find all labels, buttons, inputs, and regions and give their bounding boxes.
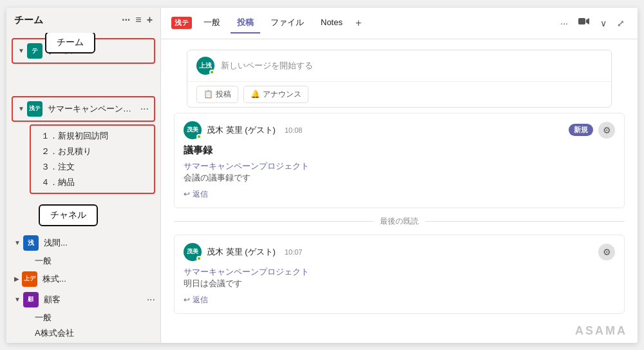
tab-general[interactable]: 一般 — [197, 13, 227, 34]
team-avatar-1: テ — [27, 43, 43, 59]
expand-chevron-5: ▼ — [14, 296, 21, 303]
announce-btn-label: アナウンス — [263, 89, 301, 100]
team-item-asama[interactable]: ▼ 浅 浅間... — [6, 233, 160, 253]
author-avatar-2: 茂美 — [184, 243, 202, 261]
team-item-kokyaku[interactable]: ▼ 顧 顧客 ··· — [6, 289, 160, 310]
team-section-1: ▼ テ チーム チーム — [6, 38, 160, 64]
tab-notes[interactable]: Notes — [314, 14, 349, 32]
expand-chevron: ▼ — [18, 47, 24, 54]
message-link-1[interactable]: サマーキャンペーンプロジェクト — [184, 161, 309, 171]
channel-item-1[interactable]: １．新規初回訪問 — [36, 128, 149, 144]
svg-marker-1 — [586, 18, 589, 24]
reply-icon-1: ↩ — [184, 190, 190, 199]
sidebar-title: チーム — [14, 14, 43, 26]
team-section-2: ▼ 浅テ サマーキャンペーンプロジ... ··· １．新規初回訪問 ２．お見積り… — [6, 96, 160, 194]
add-team-icon[interactable]: + — [147, 14, 153, 26]
message-link-2[interactable]: サマーキャンペーンプロジェクト — [184, 267, 309, 277]
message-body-1: 会議の議事録です — [184, 172, 615, 184]
channel-kokyaku-general[interactable]: 一般 — [30, 310, 160, 326]
team-label-3: 浅間... — [44, 237, 155, 249]
message-time-2: 10:07 — [285, 248, 303, 256]
expand-chevron-2: ▼ — [18, 105, 24, 112]
team-avatar-4: 上デ — [22, 271, 37, 287]
message-author-1: 茂美 茂木 英里 (ゲスト) 10:08 — [184, 121, 302, 139]
expand-chevron-3: ▼ — [14, 239, 21, 246]
filter-icon[interactable]: ≡ — [135, 14, 141, 26]
reply-btn-1[interactable]: ↩ 返信 — [184, 189, 615, 200]
team-avatar-2: 浅テ — [27, 101, 43, 117]
expand-chevron-4: ▶ — [14, 275, 19, 282]
sidebar-content: ▼ テ チーム チーム ▼ 浅テ サマーキャンペーンプロジ... ··· １．新… — [6, 33, 160, 343]
channel-list-kokyaku: 一般 A株式会社 Bコーポレーション C商事 — [6, 310, 160, 343]
divider-text: 最後の既読 — [380, 216, 419, 227]
team-avatar-3: 浅 — [23, 235, 39, 251]
post-btn-label: 投稿 — [216, 89, 231, 100]
new-post-area[interactable]: 上浅 新しいページを開始する 📋 投稿 🔔 アナウンス — [187, 50, 612, 108]
online-indicator — [209, 70, 214, 75]
post-btn[interactable]: 📋 投稿 — [196, 86, 238, 103]
video-call-btn[interactable] — [576, 15, 592, 31]
channel-item-2[interactable]: ２．お見積り — [36, 144, 149, 159]
svg-rect-0 — [578, 18, 585, 24]
reply-icon-2: ↩ — [184, 295, 190, 304]
divider-line-left — [174, 221, 374, 222]
reply-label-2: 返信 — [193, 295, 208, 306]
sidebar-header-icons: ··· ≡ + — [122, 14, 153, 26]
author-name-2: 茂木 英里 (ゲスト) — [207, 246, 276, 258]
new-badge: 新規 — [569, 124, 593, 136]
chevron-down-icon[interactable]: ∨ — [598, 15, 609, 31]
add-tab-icon[interactable]: + — [353, 15, 364, 32]
settings-btn-2[interactable]: ⚙ — [598, 244, 615, 260]
settings-btn-1[interactable]: ⚙ — [598, 122, 615, 139]
more-options-btn[interactable]: ··· — [558, 15, 571, 31]
channel-list-asama: 一般 — [6, 253, 160, 269]
callout-team: チーム — [45, 33, 95, 53]
channel-kokyaku-a[interactable]: A株式会社 — [30, 326, 160, 341]
author-avatar-1: 茂美 — [184, 121, 202, 139]
main-content: 浅テ 一般 投稿 ファイル Notes + ··· ∨ ⤢ 上浅 — [161, 8, 638, 343]
new-post-placeholder[interactable]: 新しいページを開始する — [221, 60, 602, 72]
expand-icon[interactable]: ⤢ — [614, 15, 627, 31]
message-header-2: 茂美 茂木 英里 (ゲスト) 10:07 ⚙ — [184, 243, 615, 261]
more-options-icon[interactable]: ··· — [122, 14, 130, 26]
channel-asama-general[interactable]: 一般 — [30, 253, 160, 269]
messages-area: 上浅 新しいページを開始する 📋 投稿 🔔 アナウンス — [161, 39, 638, 343]
channel-badge: 浅テ — [171, 17, 192, 29]
team-section-3: ▼ 浅 浅間... 一般 — [6, 233, 160, 269]
message-time-1: 10:08 — [285, 126, 303, 134]
announce-btn[interactable]: 🔔 アナウンス — [243, 86, 308, 103]
header-right: ··· ∨ ⤢ — [558, 15, 627, 31]
announce-icon: 🔔 — [251, 90, 260, 99]
message-title-1: 議事録 — [184, 144, 615, 157]
team-dots-2[interactable]: ··· — [140, 103, 149, 115]
callout-channel: チャネル — [39, 204, 98, 226]
message-body-2: 明日は会議です — [184, 278, 615, 289]
new-post-avatar: 上浅 — [196, 57, 214, 75]
message-card-2: 茂美 茂木 英里 (ゲスト) 10:07 ⚙ サマーキャンペーンプロジェクト 明… — [174, 235, 625, 314]
team-label-4: 株式... — [43, 273, 155, 285]
main-header: 浅テ 一般 投稿 ファイル Notes + ··· ∨ ⤢ — [161, 8, 638, 39]
divider-last-read: 最後の既読 — [174, 216, 625, 227]
new-post-actions: 📋 投稿 🔔 アナウンス — [187, 81, 611, 107]
divider-line-right — [425, 221, 625, 222]
online-dot-2 — [196, 256, 202, 261]
post-icon: 📋 — [204, 90, 213, 99]
tab-files[interactable]: ファイル — [264, 13, 310, 34]
team-dots-5[interactable]: ··· — [147, 294, 155, 306]
reply-btn-2[interactable]: ↩ 返信 — [184, 295, 615, 306]
sidebar-header: チーム ··· ≡ + — [6, 8, 160, 33]
message-header-1: 茂美 茂木 英里 (ゲスト) 10:08 新規 ⚙ — [184, 121, 615, 139]
app-container: チーム ··· ≡ + ▼ テ チーム チーム ▼ — [6, 8, 638, 343]
online-dot-1 — [196, 134, 202, 139]
channel-item-3[interactable]: ３．注文 — [36, 159, 149, 175]
author-name-1: 茂木 英里 (ゲスト) — [207, 124, 276, 136]
channel-item-4[interactable]: ４．納品 — [36, 175, 149, 190]
message-author-2: 茂美 茂木 英里 (ゲスト) 10:07 — [184, 243, 302, 261]
channel-kokyaku-b[interactable]: Bコーポレーション — [30, 341, 160, 343]
tab-posts[interactable]: 投稿 — [231, 13, 260, 34]
sidebar: チーム ··· ≡ + ▼ テ チーム チーム ▼ — [6, 8, 161, 343]
new-post-header: 上浅 新しいページを開始する — [187, 50, 611, 81]
team-item-summer[interactable]: ▼ 浅テ サマーキャンペーンプロジ... ··· — [12, 96, 155, 122]
team-item-kabushiki[interactable]: ▶ 上デ 株式... — [6, 269, 160, 289]
reply-label-1: 返信 — [193, 189, 208, 200]
